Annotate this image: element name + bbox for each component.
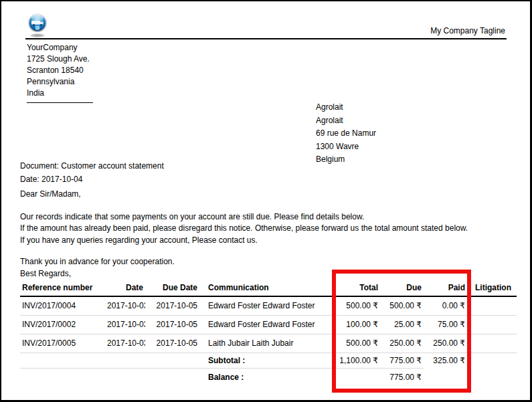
letter-thanks: Thank you in advance for your cooperatio…: [20, 257, 175, 266]
statement-table-container: Reference number Date Due Date Communica…: [20, 280, 517, 387]
company-country: India: [27, 88, 93, 99]
cell-paid: 75.00 ₹: [424, 315, 467, 334]
recipient-line: Agrolait: [316, 114, 376, 128]
cell-empty: [145, 353, 199, 368]
cell-reference: INV/2017/0005: [20, 334, 105, 353]
col-header-total: Total: [333, 280, 380, 296]
document-info: Document: Customer account statement Dat…: [20, 159, 164, 186]
cell-paid: 0.00 ₹: [424, 296, 467, 315]
cell-total: 100.00 ₹: [333, 315, 380, 334]
col-header-litigation: Litigation: [467, 280, 517, 296]
company-logo-icon: [27, 12, 50, 41]
recipient-line: Belgium: [316, 153, 376, 167]
balance-due: 775.00 ₹: [380, 368, 424, 387]
subtotal-row: Subtotal : 1,100.00 ₹ 775.00 ₹ 325.00 ₹: [20, 353, 517, 368]
cell-due: 250.00 ₹: [380, 334, 424, 353]
table-header-row: Reference number Date Due Date Communica…: [20, 280, 517, 296]
cell-total: 500.00 ₹: [333, 296, 380, 315]
balance-label: Balance :: [199, 368, 333, 387]
cell-empty: [20, 353, 105, 368]
cell-empty: [145, 368, 199, 387]
cell-communication: Laith Jubair Laith Jubair: [199, 334, 333, 353]
recipient-line: 69 rue de Namur: [316, 127, 376, 140]
cell-litigation: [467, 315, 517, 334]
cell-litigation: [467, 296, 517, 315]
letter-signoff: Best Regards,: [20, 269, 71, 278]
subtotal-due: 775.00 ₹: [380, 353, 424, 368]
cell-due: 500.00 ₹: [380, 296, 424, 315]
letter-body-line: Our records indicate that some payments …: [20, 211, 468, 223]
cell-litigation: [467, 334, 517, 353]
cell-paid: 250.00 ₹: [424, 334, 467, 353]
subtotal-total: 1,100.00 ₹: [333, 353, 380, 368]
cell-empty: [105, 368, 145, 387]
cell-empty: [467, 368, 517, 387]
table-row: INV/2017/0002 2017-10-03 2017-10-05 Edwa…: [20, 315, 517, 334]
col-header-reference-number: Reference number: [20, 280, 105, 296]
recipient-line: Agrolait: [316, 101, 376, 114]
col-header-due: Due: [380, 280, 424, 296]
letter-body: Our records indicate that some payments …: [20, 211, 468, 246]
cell-empty: [424, 368, 467, 387]
col-header-date: Date: [105, 280, 145, 296]
company-tagline: My Company Tagline: [269, 26, 505, 35]
letter-body-line: If the amount has already been paid, ple…: [20, 223, 468, 234]
cell-empty: [20, 368, 105, 387]
statement-table: Reference number Date Due Date Communica…: [20, 280, 517, 387]
cell-due: 25.00 ₹: [380, 315, 424, 334]
cell-empty: [467, 353, 517, 368]
recipient-line: 1300 Wavre: [316, 140, 376, 154]
cell-communication: Edward Foster Edward Foster: [199, 296, 333, 315]
letter-body-line: If you have any queries regarding your a…: [20, 235, 468, 246]
cell-date: 2017-10-03: [105, 334, 145, 353]
company-city: Scranton 18540: [27, 65, 93, 76]
cell-total: 500.00 ₹: [333, 334, 380, 353]
col-header-communication: Communication: [199, 280, 333, 296]
cell-date: 2017-10-03: [105, 296, 145, 315]
subtotal-paid: 325.00 ₹: [424, 353, 467, 368]
cell-communication: Edward Foster Edward Foster: [199, 315, 333, 334]
company-name: YourCompany: [27, 42, 93, 54]
col-header-due-date: Due Date: [145, 280, 199, 296]
cell-reference: INV/2017/0002: [20, 315, 105, 334]
table-row: INV/2017/0005 2017-10-03 2017-10-05 Lait…: [20, 334, 517, 353]
header-divider: [25, 38, 507, 39]
cell-due-date: 2017-10-05: [145, 296, 199, 315]
document-type-line: Document: Customer account statement: [20, 159, 164, 173]
col-header-paid: Paid: [424, 280, 467, 296]
table-row: INV/2017/0004 2017-10-03 2017-10-05 Edwa…: [20, 296, 517, 315]
cell-reference: INV/2017/0004: [20, 296, 105, 315]
cell-date: 2017-10-03: [105, 315, 145, 334]
cell-due-date: 2017-10-05: [145, 334, 199, 353]
balance-row: Balance : 775.00 ₹: [20, 368, 517, 387]
statement-document-page: My Company Tagline YourCompany 1725 Slou…: [0, 0, 532, 402]
subtotal-label: Subtotal :: [199, 353, 333, 368]
company-street: 1725 Slough Ave.: [27, 54, 93, 65]
document-date-line: Date: 2017-10-04: [20, 173, 164, 186]
cell-empty: [333, 368, 380, 387]
salutation: Dear Sir/Madam,: [20, 189, 81, 199]
recipient-address-block: Agrolait Agrolait 69 rue de Namur 1300 W…: [316, 101, 376, 167]
cell-empty: [105, 353, 145, 368]
cell-due-date: 2017-10-05: [145, 315, 199, 334]
company-state: Pennsylvania: [27, 76, 93, 88]
company-address-block: YourCompany 1725 Slough Ave. Scranton 18…: [27, 42, 93, 103]
